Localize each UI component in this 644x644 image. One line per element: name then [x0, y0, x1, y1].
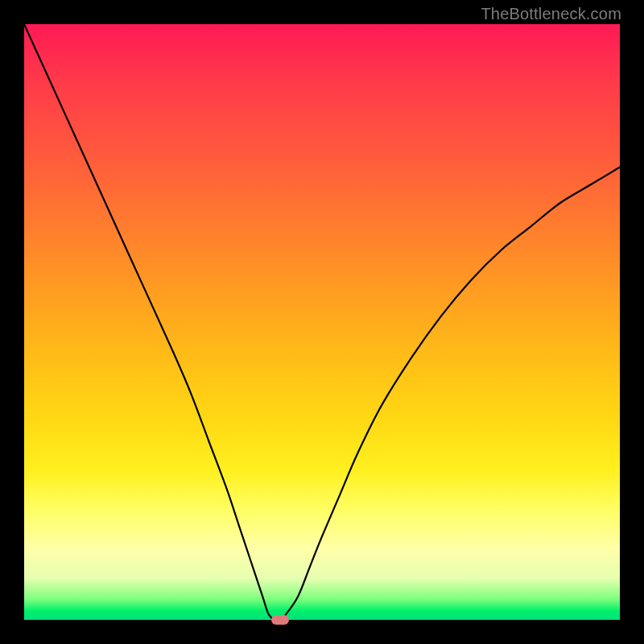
chart-frame: TheBottleneck.com — [0, 0, 644, 644]
watermark-text: TheBottleneck.com — [481, 5, 621, 23]
plot-area — [24, 24, 620, 620]
optimal-marker — [271, 615, 289, 625]
bottleneck-curve — [24, 24, 620, 620]
